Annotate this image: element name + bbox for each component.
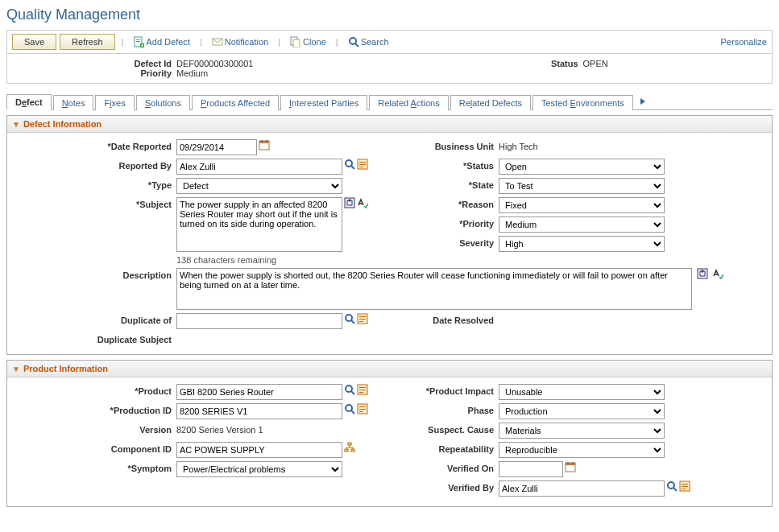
product-section-header[interactable]: ▼ Product Information xyxy=(7,361,772,377)
clone-label: Clone xyxy=(303,37,326,47)
verified-on-input[interactable] xyxy=(499,461,563,477)
priority-field-label: *Priority xyxy=(386,217,499,233)
zoom-icon[interactable] xyxy=(697,268,708,279)
repeatability-select[interactable]: Reproducible xyxy=(499,442,665,458)
status-field-label: *Status xyxy=(386,159,499,171)
tab-defect[interactable]: Defect xyxy=(6,94,52,110)
tab-solutions[interactable]: Solutions xyxy=(136,95,190,110)
suspect-cause-select[interactable]: Materials xyxy=(499,423,665,439)
zoom-icon[interactable] xyxy=(344,197,355,208)
subject-textarea[interactable]: The power supply in an affected 8200 Ser… xyxy=(176,197,342,252)
version-value: 8200 Series Version 1 xyxy=(176,423,263,435)
calendar-icon[interactable] xyxy=(259,139,270,151)
verified-by-input[interactable] xyxy=(499,480,665,497)
notification-icon xyxy=(212,36,223,47)
severity-select[interactable]: High xyxy=(499,236,665,252)
status-value: OPEN xyxy=(583,59,608,68)
tab-notes[interactable]: Notes xyxy=(53,95,94,110)
search-label: Search xyxy=(361,37,389,47)
priority-label: Priority xyxy=(15,68,176,78)
date-reported-input[interactable] xyxy=(176,139,257,155)
reason-select[interactable]: Fixed xyxy=(499,197,665,213)
reason-label: *Reason xyxy=(386,197,499,213)
description-textarea[interactable]: When the power supply is shorted out, th… xyxy=(176,268,692,310)
tab-more-icon[interactable] xyxy=(635,95,651,109)
spellcheck-icon[interactable] xyxy=(712,268,723,279)
related-icon[interactable] xyxy=(679,480,690,492)
reported-by-input[interactable] xyxy=(176,159,342,175)
defect-section-header[interactable]: ▼ Defect Information xyxy=(7,116,772,133)
add-defect-link[interactable]: Add Defect xyxy=(133,36,189,47)
tree-icon[interactable] xyxy=(344,442,355,453)
notification-label: Notification xyxy=(225,37,268,47)
product-label: *Product xyxy=(15,384,176,396)
tab-related-defects[interactable]: Related Defects xyxy=(450,95,531,110)
char-remaining-text: 138 characters remaining xyxy=(176,255,342,265)
version-label: Version xyxy=(15,423,176,435)
duplicate-of-input[interactable] xyxy=(176,313,342,329)
production-id-label: *Production ID xyxy=(15,403,176,415)
separator: | xyxy=(200,37,202,47)
related-icon[interactable] xyxy=(357,403,368,414)
tab-related-actions[interactable]: Related Actions xyxy=(369,95,448,110)
search-link[interactable]: Search xyxy=(348,36,389,47)
reported-by-label: Reported By xyxy=(15,159,176,171)
status-label: Status xyxy=(390,59,583,68)
lookup-icon[interactable] xyxy=(344,384,355,395)
record-header: Defect Id DEF000000300001 Status OPEN Pr… xyxy=(6,54,773,84)
notification-link[interactable]: Notification xyxy=(212,36,268,47)
date-resolved-label: Date Resolved xyxy=(386,313,499,325)
tab-products-affected[interactable]: Products Affected xyxy=(192,95,279,110)
production-id-input[interactable] xyxy=(176,403,342,419)
defect-id-label: Defect Id xyxy=(15,59,176,68)
lookup-icon[interactable] xyxy=(666,480,677,492)
collapse-icon: ▼ xyxy=(12,365,20,373)
lookup-icon[interactable] xyxy=(344,159,355,170)
related-icon[interactable] xyxy=(357,313,368,324)
state-select[interactable]: To Test xyxy=(499,178,665,194)
product-input[interactable] xyxy=(176,384,342,400)
date-reported-label: *Date Reported xyxy=(15,139,176,151)
page-title: Quality Management xyxy=(6,6,773,23)
related-icon[interactable] xyxy=(357,384,368,395)
defect-section-title: Defect Information xyxy=(23,119,102,129)
separator: | xyxy=(278,37,280,47)
product-information-section: ▼ Product Information *Product *Product … xyxy=(6,360,773,507)
defect-id-value: DEF000000300001 xyxy=(176,59,253,68)
tab-fixes[interactable]: Fixes xyxy=(95,95,134,110)
spellcheck-icon[interactable] xyxy=(357,197,368,208)
lookup-icon[interactable] xyxy=(344,403,355,414)
business-unit-label: Business Unit xyxy=(386,139,499,151)
verified-by-label: Verified By xyxy=(386,480,499,493)
add-defect-icon xyxy=(133,36,144,47)
type-label: *Type xyxy=(15,178,176,190)
save-button[interactable]: Save xyxy=(12,34,56,50)
phase-select[interactable]: Production xyxy=(499,403,665,419)
tab-interested-parties[interactable]: Interested Parties xyxy=(280,95,367,110)
component-id-input[interactable] xyxy=(176,442,342,458)
related-icon[interactable] xyxy=(357,159,368,170)
priority-select[interactable]: Medium xyxy=(499,217,665,233)
personalize-link[interactable]: Personalize xyxy=(721,37,767,47)
subject-label: *Subject xyxy=(15,197,176,209)
type-select[interactable]: Defect xyxy=(176,178,342,194)
product-impact-select[interactable]: Unusable xyxy=(499,384,665,400)
tab-tested-environments[interactable]: Tested Environments xyxy=(532,95,633,110)
lookup-icon[interactable] xyxy=(344,313,355,324)
separator: | xyxy=(122,37,124,47)
symptom-label: *Symptom xyxy=(15,461,176,473)
collapse-icon: ▼ xyxy=(12,120,20,129)
calendar-icon[interactable] xyxy=(565,461,576,472)
business-unit-value: High Tech xyxy=(499,139,538,151)
tab-bar: Defect Notes Fixes Solutions Products Af… xyxy=(6,93,773,110)
product-impact-label: *Product Impact xyxy=(386,384,499,396)
symptom-select[interactable]: Power/Electrical problems xyxy=(176,461,342,477)
duplicate-of-label: Duplicate of xyxy=(15,313,176,325)
product-section-title: Product Information xyxy=(23,364,108,373)
clone-link[interactable]: Clone xyxy=(290,36,326,47)
status-select[interactable]: Open xyxy=(499,159,665,175)
search-icon xyxy=(348,36,359,47)
refresh-button[interactable]: Refresh xyxy=(60,34,115,50)
toolbar: Save Refresh | Add Defect | Notification… xyxy=(6,30,773,54)
severity-label: Severity xyxy=(386,236,499,252)
